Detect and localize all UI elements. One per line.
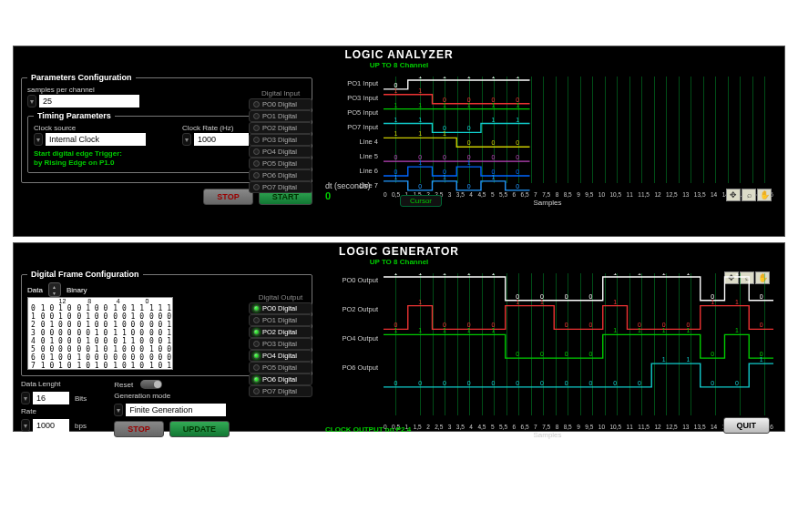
- svg-text:1: 1: [516, 117, 519, 123]
- svg-text:1: 1: [516, 102, 519, 108]
- reset-toggle[interactable]: [140, 380, 162, 389]
- svg-text:0: 0: [491, 154, 495, 160]
- clock-source-stepper-icon[interactable]: ▾: [34, 133, 43, 146]
- quit-button[interactable]: QUIT: [723, 417, 771, 434]
- generator-stop-button[interactable]: STOP: [114, 421, 163, 437]
- samples-input[interactable]: [39, 95, 139, 107]
- digital-input-item[interactable]: PO5 Digital: [249, 158, 312, 169]
- digital-output-item[interactable]: PO5 Digital: [249, 362, 312, 373]
- svg-text:0: 0: [516, 154, 519, 160]
- frame-table-row[interactable]: 10 0 1 00 1 0 00 0 1 00 0 0 1: [28, 312, 172, 321]
- svg-text:1: 1: [418, 159, 422, 166]
- svg-text:1: 1: [638, 273, 641, 276]
- data-length-stepper-icon[interactable]: ▾: [21, 392, 30, 404]
- generator-subtitle: UP TO 8 Channel: [14, 258, 784, 266]
- gen-mode-input[interactable]: [126, 404, 226, 416]
- digio-label: PO7 Digital: [262, 183, 297, 191]
- svg-text:1: 1: [760, 356, 763, 363]
- reset-label: Reset: [114, 381, 133, 389]
- svg-text:1: 1: [735, 273, 739, 276]
- svg-text:0: 0: [613, 380, 617, 386]
- params-config-legend: Parameters Configuration: [27, 73, 136, 82]
- svg-text:1: 1: [467, 273, 471, 276]
- svg-text:0: 0: [394, 154, 397, 160]
- svg-text:0: 0: [565, 351, 568, 357]
- digital-output-item[interactable]: PO4 Digital: [249, 350, 312, 362]
- frame-table[interactable]: 1284001 0 1 00 1 0 01 0 1 11 1 1 110 0 1…: [27, 297, 173, 370]
- samples-stepper-icon[interactable]: ▾: [27, 95, 36, 107]
- svg-text:0: 0: [711, 380, 714, 386]
- svg-text:0: 0: [760, 322, 763, 328]
- waveform-row-label: [318, 317, 382, 332]
- frame-table-row[interactable]: 30 0 0 00 0 1 01 1 0 00 0 1 0: [28, 329, 172, 337]
- toolbar-zoom-icon[interactable]: ⌕: [742, 189, 756, 201]
- digio-label: PO0 Digital: [262, 100, 297, 108]
- led-icon: [253, 101, 260, 107]
- svg-text:0: 0: [394, 380, 397, 386]
- data-length-input[interactable]: [33, 392, 69, 404]
- frame-table-row[interactable]: 60 1 0 01 0 0 00 0 0 00 0 0 0: [28, 353, 172, 362]
- digital-output-item[interactable]: PO0 Digital: [249, 302, 312, 314]
- rate-input[interactable]: [33, 419, 69, 432]
- waveform-row-label: PO0 Output: [318, 273, 382, 288]
- digital-input-item[interactable]: PO2 Digital: [249, 122, 312, 134]
- toolbar-crosshair-icon[interactable]: ✥: [726, 189, 741, 201]
- frame-table-row[interactable]: 01 0 1 00 1 0 01 0 1 11 1 1 1: [28, 304, 172, 312]
- svg-text:0: 0: [540, 351, 544, 357]
- digio-label: PO0 Digital: [262, 304, 297, 312]
- frame-table-row[interactable]: 71 0 1 01 0 1 01 0 1 01 0 1 0: [28, 362, 172, 370]
- svg-text:1: 1: [443, 174, 446, 180]
- frame-table-row[interactable]: 50 0 0 00 0 1 01 0 0 01 0 0 0: [28, 345, 172, 353]
- svg-text:0: 0: [516, 183, 519, 189]
- digital-output-item[interactable]: PO7 Digital: [249, 385, 312, 397]
- svg-text:0: 0: [711, 351, 714, 357]
- digital-input-group: Digital Input PO0 DigitalPO1 DigitalPO2 …: [249, 89, 312, 193]
- digital-input-item[interactable]: PO4 Digital: [249, 146, 312, 158]
- svg-text:1: 1: [686, 327, 690, 333]
- rate-stepper-icon[interactable]: ▾: [21, 419, 30, 432]
- clock-rate-stepper-icon[interactable]: ▾: [182, 133, 191, 146]
- led-icon: [253, 137, 260, 143]
- analyzer-stop-button[interactable]: STOP: [203, 189, 252, 205]
- digital-input-item[interactable]: PO3 Digital: [249, 134, 312, 146]
- svg-text:1: 1: [491, 327, 495, 333]
- data-label: Data: [27, 286, 43, 294]
- frame-table-row[interactable]: 40 1 0 00 1 0 00 1 1 00 0 1 0: [28, 337, 172, 345]
- svg-text:1: 1: [467, 327, 471, 333]
- gen-mode-stepper-icon[interactable]: ▾: [114, 404, 123, 416]
- digio-label: PO5 Digital: [262, 159, 297, 168]
- svg-text:0: 0: [565, 322, 568, 328]
- digital-output-item[interactable]: PO2 Digital: [249, 326, 312, 338]
- digital-output-item[interactable]: PO6 Digital: [249, 373, 312, 385]
- generator-waveforms: 1111100001111010010001100100011011111000…: [384, 273, 773, 389]
- clock-source-input[interactable]: [46, 133, 146, 146]
- svg-text:1: 1: [711, 299, 714, 305]
- svg-text:1: 1: [443, 102, 446, 108]
- generator-title: LOGIC GENERATOR: [14, 245, 784, 258]
- svg-text:1: 1: [418, 299, 422, 305]
- cursor-button[interactable]: Cursor: [400, 195, 442, 207]
- svg-text:1: 1: [638, 327, 641, 333]
- svg-text:1: 1: [394, 130, 397, 137]
- digital-input-item[interactable]: PO7 Digital: [249, 181, 312, 193]
- digital-input-item[interactable]: PO6 Digital: [249, 169, 312, 181]
- digital-input-item[interactable]: PO1 Digital: [249, 110, 312, 122]
- frame-table-row[interactable]: 20 1 0 00 1 0 01 0 0 00 0 1 0: [28, 321, 172, 329]
- led-icon: [253, 148, 260, 155]
- generator-chart-area: ✥ ⌕ ✋ PO0 OutputPO2 OutputPO4 OutputPO6 …: [318, 270, 777, 437]
- toolbar-pan-icon[interactable]: ✋: [757, 189, 772, 201]
- led-icon: [253, 113, 260, 119]
- svg-text:1: 1: [418, 273, 422, 276]
- frame-stepper-icon[interactable]: ▴▾: [48, 282, 61, 297]
- waveform-row-label: PO4 Output: [318, 332, 382, 346]
- clock-rate-input[interactable]: [194, 133, 249, 146]
- svg-text:1: 1: [735, 299, 739, 305]
- generator-update-button[interactable]: UPDATE: [169, 421, 230, 437]
- svg-text:1: 1: [540, 299, 544, 305]
- svg-text:1: 1: [735, 327, 739, 333]
- svg-text:1: 1: [394, 87, 397, 94]
- generator-left-col: Digital Frame Configuration Data ▴▾ Bina…: [21, 270, 312, 437]
- digital-output-item[interactable]: PO1 Digital: [249, 314, 312, 326]
- digital-input-item[interactable]: PO0 Digital: [249, 98, 312, 110]
- digital-output-item[interactable]: PO3 Digital: [249, 338, 312, 350]
